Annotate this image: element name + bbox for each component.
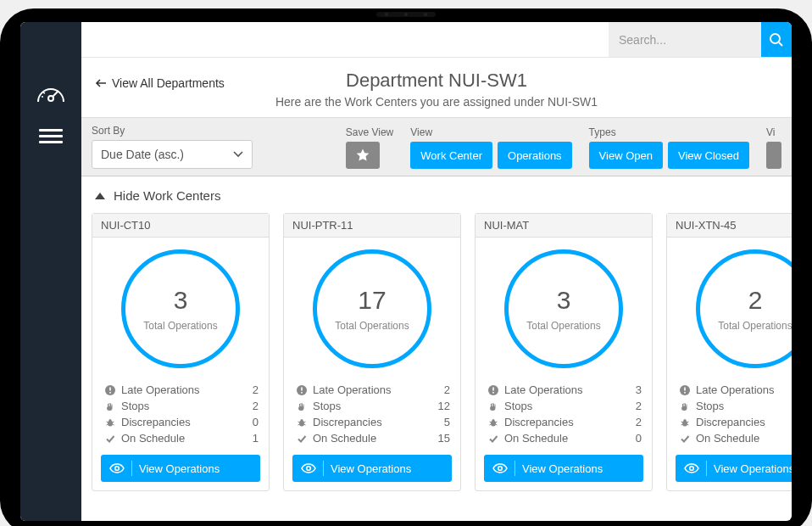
svg-line-21 <box>298 422 300 422</box>
operations-count: 3 <box>557 286 571 315</box>
operations-sublabel: Total Operations <box>143 320 217 332</box>
stat-on-schedule: On Schedule 0 <box>486 430 642 446</box>
operations-button[interactable]: Operations <box>498 142 572 169</box>
view-closed-button[interactable]: View Closed <box>668 142 749 169</box>
sidebar <box>20 22 81 521</box>
operations-sublabel: Total Operations <box>335 320 409 332</box>
back-link[interactable]: View All Departments <box>95 76 225 90</box>
operations-ring: 3 Total Operations <box>504 249 623 368</box>
svg-rect-37 <box>684 387 686 390</box>
sort-select[interactable]: Due Date (asc.) <box>92 140 253 169</box>
svg-line-44 <box>687 424 689 425</box>
page-subtitle: Here are the Work Centers you are assign… <box>95 95 778 109</box>
stat-stops: Stops <box>677 398 792 414</box>
view-operations-label: View Operations <box>714 462 792 475</box>
svg-point-4 <box>770 34 780 43</box>
svg-line-12 <box>113 422 114 422</box>
work-center-card: NUI-MAT 3 Total Operations Late Operatio… <box>475 213 653 491</box>
view-operations-button[interactable]: View Operations <box>101 455 260 482</box>
operations-sublabel: Total Operations <box>718 320 792 332</box>
partial-label: Vi <box>766 126 781 138</box>
exclamation-icon <box>486 385 501 395</box>
operations-ring: 2 Total Operations <box>696 249 792 368</box>
work-center-card: NUI-XTN-45 2 Total Operations Late Opera… <box>666 213 792 491</box>
view-open-button[interactable]: View Open <box>589 142 663 169</box>
hand-icon <box>294 401 309 411</box>
svg-line-41 <box>681 422 683 422</box>
stat-on-schedule: On Schedule <box>677 430 792 446</box>
collapse-toggle[interactable]: Hide Work Centers <box>81 176 792 208</box>
view-operations-button[interactable]: View Operations <box>676 455 792 482</box>
stat-on-schedule: On Schedule 1 <box>103 430 259 446</box>
work-center-card: NUI-PTR-11 17 Total Operations Late Oper… <box>283 213 461 491</box>
dashboard-gauge-icon[interactable] <box>36 81 65 104</box>
arrow-left-icon <box>95 77 107 89</box>
exclamation-icon <box>294 385 309 395</box>
operations-ring: 17 Total Operations <box>313 249 431 368</box>
sort-label: Sort By <box>92 125 253 137</box>
bug-icon <box>103 417 118 428</box>
chevron-down-icon <box>233 151 243 158</box>
view-operations-label: View Operations <box>331 462 411 475</box>
bug-icon <box>294 417 309 428</box>
view-operations-button[interactable]: View Operations <box>292 455 452 482</box>
svg-line-23 <box>298 424 300 425</box>
svg-line-33 <box>490 424 492 425</box>
eye-icon <box>109 463 125 473</box>
eye-icon <box>684 463 699 473</box>
view-operations-label: View Operations <box>522 462 603 475</box>
operations-ring: 3 Total Operations <box>121 249 240 368</box>
search-input[interactable]: Search... <box>609 22 761 57</box>
topbar: Search... <box>81 22 792 58</box>
card-title: NUI-PTR-11 <box>284 214 460 238</box>
svg-line-5 <box>779 42 782 46</box>
save-view-label: Save View <box>346 126 393 138</box>
sort-selected-value: Due Date (asc.) <box>101 148 184 161</box>
svg-rect-27 <box>492 387 494 390</box>
svg-line-31 <box>490 422 492 422</box>
svg-line-14 <box>113 424 114 425</box>
types-label: Types <box>589 126 749 138</box>
card-title: NUI-XTN-45 <box>667 214 792 238</box>
view-operations-button[interactable]: View Operations <box>484 455 643 482</box>
stat-late: Late Operations <box>677 382 792 398</box>
operations-count: 17 <box>358 286 386 315</box>
svg-line-34 <box>496 424 498 425</box>
svg-line-13 <box>107 424 108 425</box>
hand-icon <box>677 401 692 411</box>
check-icon <box>677 434 692 444</box>
svg-point-10 <box>109 419 112 422</box>
view-operations-label: View Operations <box>139 462 220 475</box>
stat-discrepancies: Discrepancies 5 <box>294 414 450 430</box>
stat-stops: Stops 12 <box>294 398 450 414</box>
svg-rect-38 <box>684 392 686 394</box>
star-icon <box>355 148 370 163</box>
search-icon <box>769 32 784 48</box>
bug-icon <box>677 417 692 428</box>
operations-sublabel: Total Operations <box>526 320 600 332</box>
check-icon <box>486 434 501 444</box>
svg-point-20 <box>301 419 303 422</box>
eye-icon <box>301 463 316 473</box>
svg-point-40 <box>684 419 687 422</box>
svg-rect-17 <box>301 387 303 390</box>
svg-rect-8 <box>109 392 111 394</box>
stat-late: Late Operations 2 <box>103 382 259 398</box>
partial-button[interactable] <box>766 142 781 169</box>
search-button[interactable] <box>761 22 792 57</box>
hand-icon <box>486 401 501 411</box>
svg-rect-18 <box>301 392 303 394</box>
stat-discrepancies: Discrepancies <box>677 414 792 430</box>
stat-late: Late Operations 3 <box>486 382 642 398</box>
hamburger-menu-icon[interactable] <box>39 129 63 143</box>
view-label: View <box>410 126 571 138</box>
work-center-button[interactable]: Work Center <box>410 142 492 169</box>
stat-discrepancies: Discrepancies 2 <box>486 414 642 430</box>
check-icon <box>103 434 118 444</box>
collapse-label: Hide Work Centers <box>114 188 220 203</box>
svg-line-3 <box>43 92 45 93</box>
stat-late: Late Operations 2 <box>294 382 450 398</box>
svg-point-15 <box>115 467 120 471</box>
save-view-button[interactable] <box>346 142 380 169</box>
svg-line-32 <box>496 422 498 422</box>
